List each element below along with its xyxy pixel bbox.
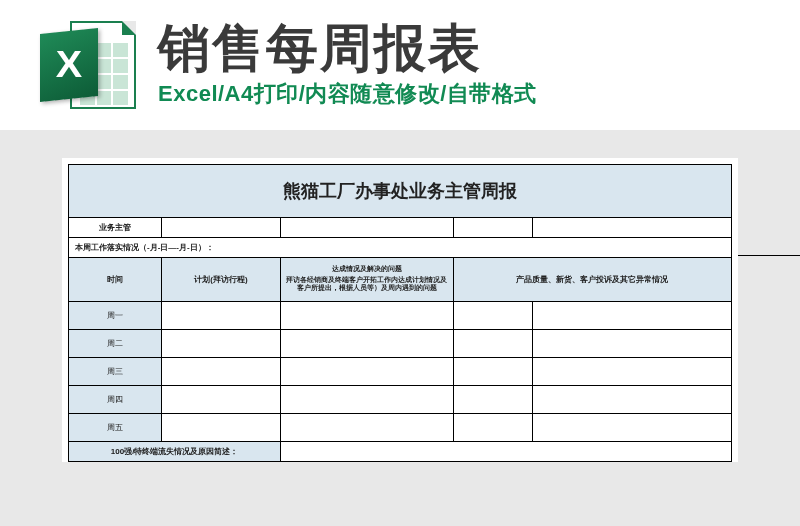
page-subtitle: Excel/A4打印/内容随意修改/自带格式 xyxy=(158,79,537,109)
col-progress-title: 达成情况及解决的问题 xyxy=(283,265,450,273)
supervisor-cell-1 xyxy=(161,218,280,238)
excel-icon-letter: X xyxy=(56,44,82,86)
preview-stage: 熊猫工厂办事处业务主管周报 业务主管 本周工作落实情况（-月-日—-月-日）： … xyxy=(0,130,800,526)
supervisor-cell-2 xyxy=(281,218,453,238)
col-progress-desc: 拜访各经销商及终端客户开拓工作内达成计划情况及客户所提出，根据人员等）及周内遇到… xyxy=(283,274,450,294)
supervisor-row: 业务主管 xyxy=(69,218,732,238)
supervisor-cell-3 xyxy=(453,218,533,238)
day-label: 周四 xyxy=(69,386,162,414)
week-range-row: 本周工作落实情况（-月-日—-月-日）： xyxy=(69,238,732,258)
col-time: 时间 xyxy=(69,258,162,302)
supervisor-cell-4 xyxy=(533,218,732,238)
table-row: 周五 xyxy=(69,414,732,442)
day-label: 周三 xyxy=(69,358,162,386)
title-block: 销售每周报表 Excel/A4打印/内容随意修改/自带格式 xyxy=(158,21,537,110)
day-label: 周五 xyxy=(69,414,162,442)
column-header-row: 时间 计划(拜访行程) 达成情况及解决的问题 拜访各经销商及终端客户开拓工作内达… xyxy=(69,258,732,302)
sheet-title: 熊猫工厂办事处业务主管周报 xyxy=(68,164,732,217)
footer-label: 100强/特终端流失情况及原因简述： xyxy=(69,442,281,462)
header-band: X 销售每周报表 Excel/A4打印/内容随意修改/自带格式 xyxy=(0,0,800,130)
overflow-rule-line xyxy=(738,255,800,256)
report-table: 业务主管 本周工作落实情况（-月-日—-月-日）： 时间 计划(拜访行程) 达成… xyxy=(68,217,732,462)
excel-icon: X xyxy=(40,17,136,113)
page-title: 销售每周报表 xyxy=(158,21,537,76)
supervisor-label: 业务主管 xyxy=(69,218,162,238)
table-row: 周三 xyxy=(69,358,732,386)
table-row: 周四 xyxy=(69,386,732,414)
day-label: 周二 xyxy=(69,330,162,358)
day-label: 周一 xyxy=(69,302,162,330)
table-row: 周二 xyxy=(69,330,732,358)
col-quality: 产品质量、新货、客户投诉及其它异常情况 xyxy=(453,258,731,302)
document-paper: 熊猫工厂办事处业务主管周报 业务主管 本周工作落实情况（-月-日—-月-日）： … xyxy=(62,158,738,462)
col-progress: 达成情况及解决的问题 拜访各经销商及终端客户开拓工作内达成计划情况及客户所提出，… xyxy=(281,258,453,302)
footer-row: 100强/特终端流失情况及原因简述： xyxy=(69,442,732,462)
footer-cell xyxy=(281,442,732,462)
week-range-label: 本周工作落实情况（-月-日—-月-日）： xyxy=(69,238,732,258)
col-plan: 计划(拜访行程) xyxy=(161,258,280,302)
table-row: 周一 xyxy=(69,302,732,330)
